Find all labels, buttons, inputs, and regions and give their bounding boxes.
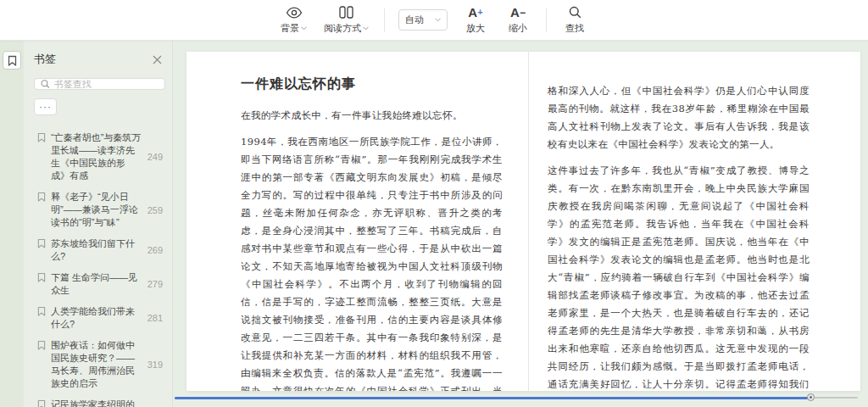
zoom-out-label: 缩小 <box>509 22 527 35</box>
bookmark-item[interactable]: 记民族学家李绍明的为人与为学——李绍明先生十年祭 347 <box>34 395 165 407</box>
bookmark-item-page: 249 <box>147 152 163 162</box>
bookmark-item[interactable]: 人类学能给我们带来什么? 281 <box>34 302 165 334</box>
search-icon <box>41 79 50 89</box>
close-sidebar-button[interactable] <box>151 53 164 66</box>
find-button[interactable]: 查找 <box>560 3 589 36</box>
reading-mode-label: 阅读方式 <box>324 22 361 35</box>
zoom-in-icon: A+ <box>468 5 482 20</box>
bookmark-icon <box>37 339 46 390</box>
bookmark-item-label: 围炉夜话：如何做中国民族史研究？——马长寿、周伟洲治民族史的启示 <box>51 339 142 390</box>
chevron-down-icon <box>301 26 307 31</box>
more-options-button[interactable]: ··· <box>34 98 57 115</box>
bookmark-search-input[interactable] <box>54 79 159 89</box>
progress-fill <box>175 397 810 399</box>
reading-progress-slider[interactable] <box>175 393 858 402</box>
chevron-down-icon <box>435 18 441 22</box>
bookmark-item-label: 记民族学家李绍明的为人与为学——李绍明先生十年祭 <box>51 399 142 407</box>
background-label: 背景 <box>281 22 299 35</box>
zoom-out-icon: A− <box>510 5 526 20</box>
bookmark-icon <box>37 191 46 229</box>
book-paragraph: 1994年，我在西南地区一所民族学院工作，是位小讲师，即当下网络语言所称“青椒”… <box>241 133 503 391</box>
bookmark-item[interactable]: “亡秦者胡也”与秦筑万里长城——读李济先生《中国民族的形成》有感 249 <box>34 128 165 186</box>
toolbar-divider <box>546 8 547 32</box>
bookmark-item-label: “亡秦者胡也”与秦筑万里长城——读李济先生《中国民族的形成》有感 <box>51 131 142 182</box>
bookmark-item-label: 人类学能给我们带来什么? <box>51 305 142 331</box>
book-paragraph: 这件事过去了许多年，我也从“青椒”变成了教授、博导之类。有一次，在黔东南凯里开会… <box>548 162 810 391</box>
reading-area: 一件难以忘怀的事 在我的学术成长中，有一件事让我始终难以忘怀。 1994年，我在… <box>173 41 868 407</box>
bookmark-list: “亡秦者胡也”与秦筑万里长城——读李济先生《中国民族的形成》有感 249 释《老… <box>34 128 165 407</box>
bookmark-item-page: 259 <box>147 205 163 215</box>
bookmark-item[interactable]: 围炉夜话：如何做中国民族史研究？——马长寿、周伟洲治民族史的启示 319 <box>34 336 165 393</box>
bookmark-item-page: 319 <box>147 360 163 370</box>
toolbar-divider <box>384 8 385 32</box>
bookmark-item-label: 释《老子》“见小日明”——兼谈马一浮论读书的“明”与“眛” <box>51 191 142 229</box>
bookmark-icon <box>37 237 46 263</box>
book-page-right: 格和深入人心，但《中国社会科学》仍是人们心中认同度最高的刊物。就这样，我在38岁… <box>529 52 860 391</box>
bookmark-item[interactable]: 释《老子》“见小日明”——兼谈马一浮论读书的“明”与“眛” 259 <box>34 187 165 232</box>
bookmark-item-page: 269 <box>147 245 163 255</box>
app-content: 书签 ··· <box>0 41 868 407</box>
eye-icon <box>286 5 303 20</box>
progress-handle[interactable] <box>807 393 815 401</box>
search-icon <box>569 5 581 20</box>
bookmark-item-page: 279 <box>147 279 163 289</box>
bookmark-item-label: 苏东坡给我们留下什么? <box>51 237 142 263</box>
background-button[interactable]: 背景 <box>279 3 309 36</box>
font-mode-select[interactable]: 自动 <box>398 9 448 31</box>
bookmark-item[interactable]: 苏东坡给我们留下什么? 269 <box>34 234 165 266</box>
bookmark-icon <box>37 399 46 407</box>
bookmark-icon <box>37 271 46 297</box>
reading-mode-button[interactable]: 阅读方式 <box>322 3 370 36</box>
bookmark-icon <box>37 305 46 331</box>
bookmark-item-label: 下篇 生命学问——见众生 <box>51 271 142 297</box>
sidebar-title: 书签 <box>34 52 56 67</box>
bookmark-panel-toggle[interactable] <box>3 51 21 70</box>
close-icon <box>153 55 162 64</box>
book-paragraph: 在我的学术成长中，有一件事让我始终难以忘怀。 <box>241 107 503 125</box>
chevron-down-icon <box>363 26 369 31</box>
top-toolbar: 背景 阅读方式 自动 A+ 放大 <box>0 0 868 41</box>
zoom-in-label: 放大 <box>466 22 485 35</box>
sidebar-header: 书签 <box>34 52 165 67</box>
bookmark-icon <box>8 55 17 66</box>
bookmarks-sidebar: 书签 ··· <box>24 41 173 407</box>
left-tool-strip <box>0 41 24 407</box>
toolbar-group: 背景 阅读方式 自动 A+ 放大 <box>279 3 589 36</box>
chapter-title: 一件难以忘怀的事 <box>241 75 503 93</box>
book-page-left: 一件难以忘怀的事 在我的学术成长中，有一件事让我始终难以忘怀。 1994年，我在… <box>186 52 528 391</box>
bookmark-item[interactable]: 下篇 生命学问——见众生 279 <box>34 268 165 300</box>
bookmark-icon <box>37 131 46 182</box>
book-paragraph: 格和深入人心，但《中国社会科学》仍是人们心中认同度最高的刊物。就这样，我在38岁… <box>548 82 810 153</box>
zoom-out-button[interactable]: A− 缩小 <box>504 3 532 36</box>
bookmark-item-page: 281 <box>147 313 163 323</box>
book-spread: 一件难以忘怀的事 在我的学术成长中，有一件事让我始终难以忘怀。 1994年，我在… <box>186 52 860 391</box>
reading-mode-icon <box>339 5 353 20</box>
font-mode-value: 自动 <box>405 14 424 26</box>
zoom-in-button[interactable]: A+ 放大 <box>461 3 490 36</box>
find-label: 查找 <box>565 22 584 35</box>
bookmark-search-box <box>34 78 165 90</box>
